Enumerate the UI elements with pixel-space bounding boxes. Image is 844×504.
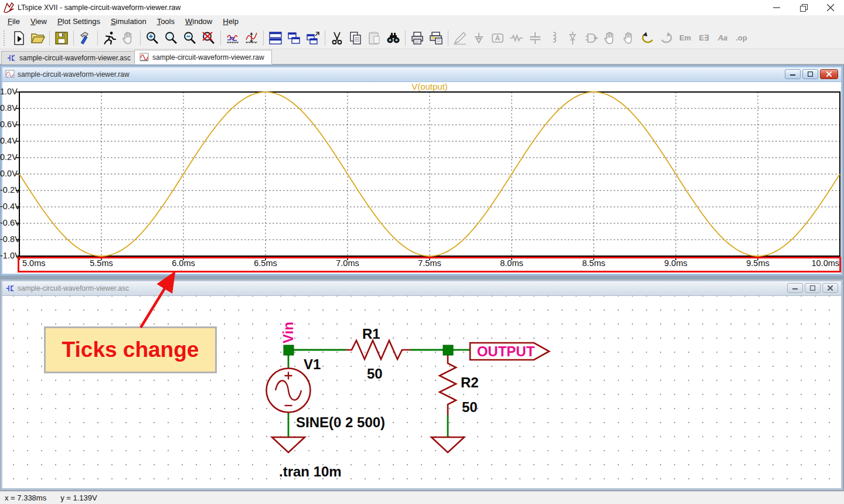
place-ground-button[interactable] xyxy=(469,29,488,47)
y-axis-tick-label: 0.0V xyxy=(0,169,17,178)
paste-button[interactable] xyxy=(365,29,384,47)
waveform-restore-button[interactable] xyxy=(802,69,818,79)
resistor-icon xyxy=(509,30,524,46)
waveform-tab-icon xyxy=(139,53,149,62)
schematic-close-button[interactable] xyxy=(822,283,838,293)
waveform-window: sample-circuit-waveform-viewer.raw xyxy=(1,66,843,275)
tile-horizontal-icon xyxy=(268,30,283,46)
rotate-button[interactable]: E∃ xyxy=(695,29,713,47)
save-button[interactable] xyxy=(52,29,71,47)
menu-item[interactable]: File xyxy=(2,16,25,27)
draw-wire-button[interactable] xyxy=(451,29,469,47)
mirror-icon: Em xyxy=(679,33,691,42)
waveform-close-button[interactable] xyxy=(820,69,838,79)
tile-vertical-button[interactable] xyxy=(285,29,304,47)
cursor-y-readout: y = 1.139V xyxy=(60,493,97,502)
waveform-minimize-button[interactable] xyxy=(785,69,801,79)
schematic-canvas[interactable] xyxy=(2,296,841,488)
text-button[interactable]: Aa xyxy=(713,29,732,47)
zoom-extents-icon xyxy=(201,30,216,46)
title-bar[interactable]: LTspice XVII - sample-circuit-waveform-v… xyxy=(0,0,844,15)
drag-button[interactable] xyxy=(620,29,638,47)
find-button[interactable] xyxy=(384,29,403,47)
waveform-plot-pane[interactable] xyxy=(2,82,841,274)
menu-item[interactable]: Simulation xyxy=(106,16,152,27)
net-label-icon xyxy=(490,30,505,46)
place-inductor-button[interactable] xyxy=(544,29,563,47)
y-axis-tick-label: -0.4V xyxy=(0,202,17,211)
print-preview-button[interactable] xyxy=(427,29,445,47)
cascade-button[interactable] xyxy=(304,29,322,47)
zoom-out-button[interactable] xyxy=(181,29,199,47)
control-panel-button[interactable] xyxy=(76,29,95,47)
plot-settings-button[interactable] xyxy=(223,29,242,47)
schematic-restore-button[interactable] xyxy=(805,283,821,293)
schematic-tab-icon xyxy=(6,53,16,63)
run-button[interactable] xyxy=(100,29,119,47)
cut-icon xyxy=(329,30,345,46)
redo-button[interactable] xyxy=(657,29,676,47)
place-resistor-button[interactable] xyxy=(507,29,526,47)
tab-bar: sample-circuit-waveform-viewer.asc sampl… xyxy=(0,49,844,64)
move-button[interactable] xyxy=(601,29,620,47)
place-capacitor-button[interactable] xyxy=(526,29,544,47)
toolbar-grip[interactable] xyxy=(4,30,6,46)
menu-item[interactable]: Help xyxy=(217,16,244,27)
tab-label: sample-circuit-waveform-viewer.asc xyxy=(19,54,131,62)
y-axis-tick-label: 0.2V xyxy=(0,152,17,162)
zoom-back-button[interactable] xyxy=(162,29,181,47)
cursor-x-readout: x = 7.338ms xyxy=(5,493,46,502)
wire-pencil-icon xyxy=(452,30,468,46)
restore-icon xyxy=(810,285,815,291)
menu-item[interactable]: Tools xyxy=(152,16,180,27)
undo-button[interactable] xyxy=(638,29,657,47)
inductor-icon xyxy=(546,30,561,46)
y-axis-tick-label: 0.6V xyxy=(0,120,17,129)
move-hand-icon xyxy=(603,30,618,46)
window-title: LTspice XVII - sample-circuit-waveform-v… xyxy=(18,4,181,12)
print-button[interactable] xyxy=(408,29,427,47)
menu-item[interactable]: Window xyxy=(180,16,217,27)
new-schematic-button[interactable] xyxy=(9,29,28,47)
tile-horizontal-button[interactable] xyxy=(266,29,285,47)
place-component-button[interactable] xyxy=(582,29,601,47)
copy-button[interactable] xyxy=(346,29,365,47)
autorange-button[interactable] xyxy=(242,29,261,47)
waveform-window-titlebar[interactable]: sample-circuit-waveform-viewer.raw xyxy=(2,67,841,82)
mirror-button[interactable]: Em xyxy=(676,29,695,47)
copy-icon xyxy=(348,30,363,46)
tab-schematic[interactable]: sample-circuit-waveform-viewer.asc xyxy=(1,51,138,64)
zoom-full-extents-button[interactable] xyxy=(199,29,218,47)
x-axis-tick-label: 6.5ms xyxy=(254,258,277,268)
menu-item[interactable]: View xyxy=(25,16,52,27)
toolbar: Em E∃ Aa .op xyxy=(0,27,844,49)
y-axis-tick-label: 1.0V xyxy=(0,87,17,96)
schematic-minimize-button[interactable] xyxy=(787,283,803,293)
zoom-area-button[interactable] xyxy=(143,29,162,47)
x-axis-tick-label: 5.0ms xyxy=(22,258,46,268)
cut-button[interactable] xyxy=(328,29,346,47)
restore-button[interactable] xyxy=(790,0,817,15)
y-axis-tick-label: -0.6V xyxy=(0,218,17,227)
trace-legend-label[interactable]: V(output) xyxy=(19,81,840,91)
tab-label: sample-circuit-waveform-viewer.raw xyxy=(152,53,264,62)
ground-icon xyxy=(471,30,486,46)
annotation-note-label: Ticks change xyxy=(62,338,199,362)
close-button[interactable] xyxy=(817,0,844,15)
zoom-in-icon xyxy=(145,30,160,46)
place-diode-button[interactable] xyxy=(563,29,582,47)
open-button[interactable] xyxy=(28,29,47,47)
redo-icon xyxy=(659,30,674,46)
halt-button[interactable] xyxy=(119,29,138,47)
menu-item[interactable]: Plot Settings xyxy=(52,16,106,27)
undo-icon xyxy=(640,30,655,46)
spice-directive-button[interactable]: .op xyxy=(732,29,751,47)
place-net-label-button[interactable] xyxy=(488,29,507,47)
halt-hand-icon xyxy=(121,30,136,46)
x-axis-tick-label: 7.5ms xyxy=(418,258,441,268)
open-folder-icon xyxy=(30,30,45,46)
ltspice-logo-icon xyxy=(4,2,14,13)
minimize-button[interactable] xyxy=(763,0,790,15)
schematic-window-titlebar[interactable]: sample-circuit-waveform-viewer.asc xyxy=(2,281,841,296)
tab-waveform[interactable]: sample-circuit-waveform-viewer.raw xyxy=(134,50,272,64)
